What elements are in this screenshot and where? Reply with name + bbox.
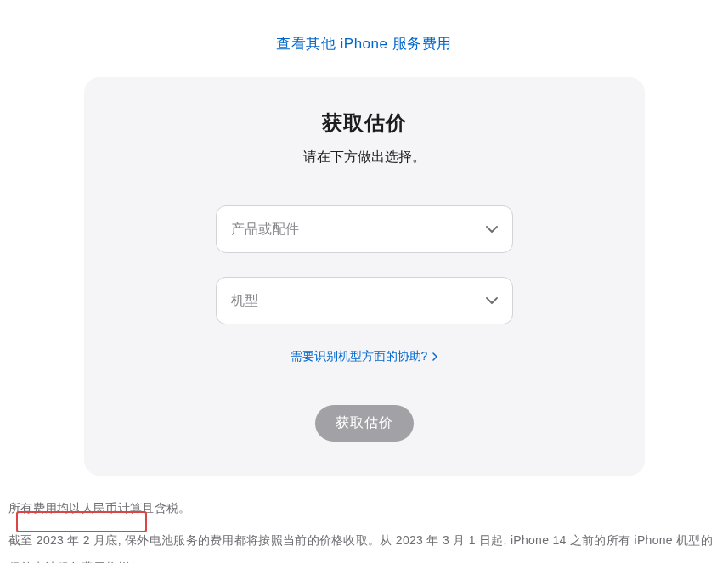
chevron-down-icon (486, 226, 498, 233)
model-select[interactable]: 机型 (216, 277, 513, 324)
estimate-card: 获取估价 请在下方做出选择。 产品或配件 机型 需要识别机型方面的协助? 获取估… (84, 77, 645, 476)
footer-line-1: 所有费用均以人民币计算且含税。 (8, 494, 720, 521)
identify-model-help-link[interactable]: 需要识别机型方面的协助? (291, 349, 438, 364)
footer-notes: 所有费用均以人民币计算且含税。 截至 2023 年 2 月底, 保外电池服务的费… (0, 476, 728, 563)
card-subtitle: 请在下方做出选择。 (127, 149, 602, 166)
model-select-wrap: 机型 (216, 277, 513, 324)
other-service-fees-link[interactable]: 查看其他 iPhone 服务费用 (276, 36, 451, 52)
chevron-down-icon (486, 297, 498, 304)
card-title: 获取估价 (127, 110, 602, 137)
help-link-text: 需要识别机型方面的协助? (291, 349, 428, 364)
product-select[interactable]: 产品或配件 (216, 205, 513, 253)
footer-line-2: 截至 2023 年 2 月底, 保外电池服务的费用都将按照当前的价格收取。从 2… (8, 526, 720, 563)
get-estimate-button[interactable]: 获取估价 (315, 405, 414, 442)
model-select-placeholder: 机型 (231, 292, 258, 310)
product-select-wrap: 产品或配件 (216, 205, 513, 253)
top-link-wrap: 查看其他 iPhone 服务费用 (0, 0, 728, 77)
product-select-placeholder: 产品或配件 (231, 221, 299, 239)
chevron-right-icon (432, 350, 437, 363)
